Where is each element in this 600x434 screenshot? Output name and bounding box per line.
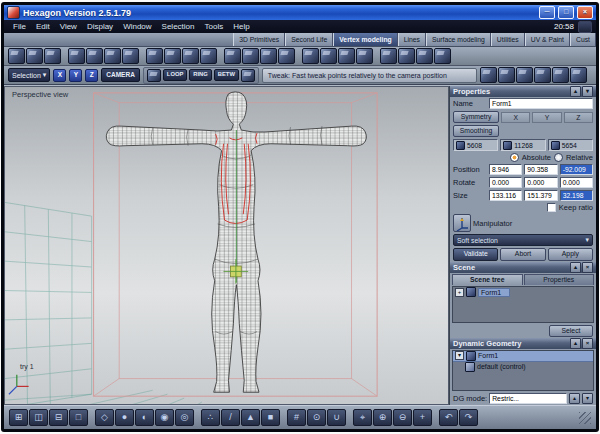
loop-button[interactable]: LOOP [163,69,187,81]
keep-ratio-checkbox[interactable] [547,203,556,212]
object-select-mode-icon[interactable]: ■ [261,409,280,426]
modeling-tool-14-icon[interactable] [260,48,277,64]
face-select-mode-icon[interactable]: ▲ [241,409,260,426]
validate-button[interactable]: Validate [453,248,498,261]
apply-button[interactable]: Apply [548,248,593,261]
rotate-x-input[interactable]: 0.000 [489,177,522,188]
scene-close-icon[interactable]: × [582,262,593,273]
undo-icon[interactable]: ↶ [439,409,458,426]
modeling-tool-03-icon[interactable] [44,48,61,64]
position-x-input[interactable]: 8.946 [489,164,522,175]
tab-vertex-modeling[interactable]: Vertex modeling [333,33,398,46]
tab-custom[interactable]: Cust [570,33,596,46]
modeling-tool-10-icon[interactable] [182,48,199,64]
modeling-tool-17-icon[interactable] [320,48,337,64]
menu-help[interactable]: Help [228,22,254,31]
position-z-input[interactable]: -92.009 [560,164,593,175]
modeling-tool-22-icon[interactable] [416,48,433,64]
menu-selection[interactable]: Selection [157,22,200,31]
relative-radio[interactable] [554,153,563,162]
select-button[interactable]: Select [549,325,593,337]
ring-tool-icon[interactable] [241,69,255,82]
menu-window[interactable]: Window [118,22,156,31]
minimize-icon[interactable]: ─ [539,6,555,19]
smooth-shading-mode-icon[interactable]: ◉ [155,409,174,426]
modeling-tool-04-icon[interactable] [68,48,85,64]
modeling-tool-15-icon[interactable] [278,48,295,64]
size-x-input[interactable]: 133.116 [489,190,522,201]
dg-mode-select[interactable]: Restric... [489,393,567,404]
axis-x-button[interactable]: X [53,69,66,82]
zoom-fit-icon[interactable]: ⌖ [353,409,372,426]
modeling-tool-09-icon[interactable] [164,48,181,64]
dg-close-icon[interactable]: × [582,338,593,349]
panel-tool-03-icon[interactable] [516,67,533,83]
dynamic-geometry-header[interactable]: Dynamic Geometry ▴ × [450,338,596,349]
menu-edit[interactable]: Edit [31,22,55,31]
manipulator-icon[interactable] [453,214,471,232]
tab-scene-properties[interactable]: Properties [524,274,595,285]
soft-selection-button[interactable]: Soft selection ▾ [453,234,593,246]
axis-y-button[interactable]: Y [69,69,82,82]
axis-z-button[interactable]: Z [85,69,98,82]
quad-view-icon[interactable]: ⊞ [9,409,28,426]
properties-header[interactable]: Properties ▴ ▾ [450,86,596,97]
modeling-tool-02-icon[interactable] [26,48,43,64]
abort-button[interactable]: Abort [500,248,545,261]
maximize-icon[interactable]: □ [558,6,574,19]
modeling-tool-20-icon[interactable] [380,48,397,64]
snap-vertex-icon[interactable]: ⊙ [307,409,326,426]
symmetry-button[interactable]: Symmetry [453,111,499,123]
modeling-tool-01-icon[interactable] [8,48,25,64]
shaded-mode-icon[interactable]: ● [115,409,134,426]
dg-mode-up-icon[interactable]: ▴ [569,393,580,404]
wireframe-mode-icon[interactable]: ◇ [95,409,114,426]
body-mesh[interactable] [106,92,366,392]
single-view-icon[interactable]: □ [69,409,88,426]
tab-utilities[interactable]: Utilities [491,33,525,46]
dg-mode-down-icon[interactable]: ▾ [582,393,593,404]
dg-node-default-control[interactable]: default (control) [477,363,526,370]
horizontal-split-icon[interactable]: ◫ [29,409,48,426]
zoom-out-icon[interactable]: ⊖ [393,409,412,426]
tab-scene-tree[interactable]: Scene tree [452,274,523,285]
between-button[interactable]: BETW [214,69,239,81]
panel-tool-05-icon[interactable] [552,67,569,83]
modeling-tool-08-icon[interactable] [146,48,163,64]
modeling-tool-13-icon[interactable] [242,48,259,64]
scene-tree[interactable]: + Form1 [452,286,594,323]
modeling-tool-06-icon[interactable] [104,48,121,64]
dg-collapse-icon[interactable]: ▴ [570,338,581,349]
absolute-radio[interactable] [510,153,519,162]
scene-node-form1[interactable]: Form1 [478,288,510,297]
scene-header[interactable]: Scene ▴ × [450,262,596,273]
dg-tree[interactable]: ▾ Form1 default (control) [452,350,594,391]
menu-file[interactable]: File [8,22,31,31]
dg-node-form1[interactable]: Form1 [478,352,498,359]
modeling-tool-16-icon[interactable] [302,48,319,64]
loop-tool-icon[interactable] [147,69,161,82]
tab-lines[interactable]: Lines [398,33,426,46]
menu-view[interactable]: View [55,22,82,31]
modeling-tool-05-icon[interactable] [86,48,103,64]
panel-tool-02-icon[interactable] [498,67,515,83]
modeling-tool-21-icon[interactable] [398,48,415,64]
camera-button[interactable]: CAMERA [101,68,140,82]
modeling-tool-12-icon[interactable] [224,48,241,64]
textured-mode-icon[interactable]: ◐ [135,409,154,426]
tab-3d-primitives[interactable]: 3D Primitives [233,33,285,46]
title-bar[interactable]: Hexagon Version 2.5.1.79 ─ □ × [4,5,596,20]
modeling-tool-11-icon[interactable] [200,48,217,64]
menu-display[interactable]: Display [82,22,118,31]
redo-icon[interactable]: ↷ [459,409,478,426]
menu-tools[interactable]: Tools [200,22,229,31]
perspective-viewport[interactable]: Perspective view try 1 [4,86,449,405]
dg-expand-icon[interactable]: ▾ [455,351,464,360]
ring-button[interactable]: RING [189,69,212,81]
close-icon[interactable]: × [577,6,593,19]
rotate-y-input[interactable]: 0.000 [524,177,557,188]
edge-select-mode-icon[interactable]: / [221,409,240,426]
zoom-in-icon[interactable]: ⊕ [373,409,392,426]
magnet-snap-icon[interactable]: ∪ [327,409,346,426]
vertical-split-icon[interactable]: ⊟ [49,409,68,426]
